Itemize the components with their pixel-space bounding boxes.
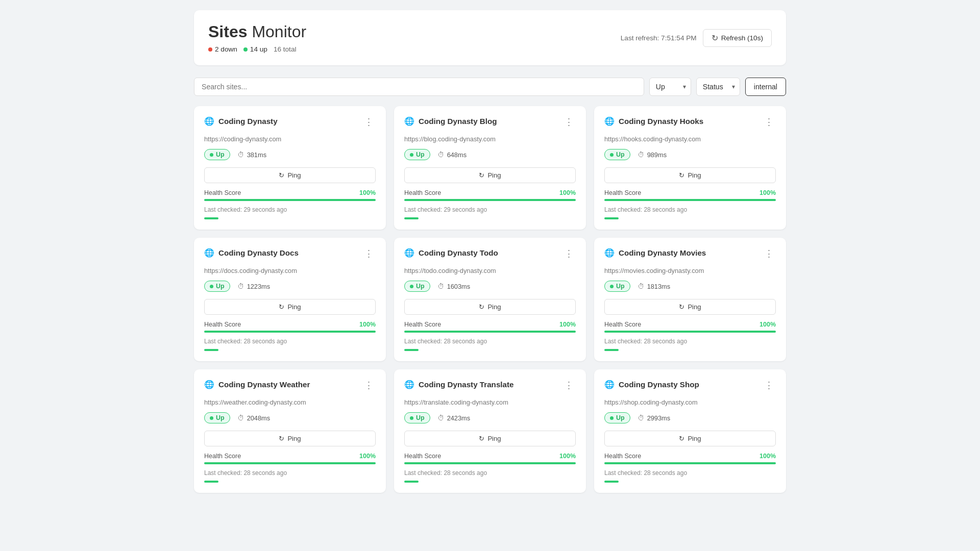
- card-url: https://todo.coding-dynasty.com: [404, 267, 576, 274]
- health-header: Health Score 100%: [604, 321, 776, 328]
- status-badge: Up: [604, 412, 630, 423]
- status-dot: [610, 416, 614, 420]
- sites-grid: 🌐 Coding Dynasty ⋮ https://coding-dynast…: [194, 106, 786, 493]
- clock-icon: ⏱: [237, 283, 244, 290]
- card-menu-button[interactable]: ⋮: [762, 380, 776, 391]
- health-bar-bg: [404, 199, 576, 201]
- health-label: Health Score: [604, 453, 641, 460]
- site-card: 🌐 Coding Dynasty Blog ⋮ https://blog.cod…: [394, 106, 586, 230]
- health-bar-fill: [604, 331, 776, 333]
- health-label: Health Score: [404, 189, 441, 196]
- globe-icon: 🌐: [604, 116, 615, 126]
- ping-button[interactable]: ↻ Ping: [404, 167, 576, 183]
- status-row: Up ⏱ 1603ms: [404, 281, 576, 292]
- health-bar-fill: [204, 199, 376, 201]
- card-url: https://docs.coding-dynasty.com: [204, 267, 376, 274]
- card-menu-button[interactable]: ⋮: [562, 248, 576, 260]
- header-card: Sites Monitor 2 down 14 up 16 total Last…: [194, 10, 786, 65]
- ping-button[interactable]: ↻ Ping: [404, 431, 576, 446]
- ping-label: Ping: [487, 303, 501, 311]
- card-title-row: 🌐 Coding Dynasty Docs: [204, 248, 299, 258]
- clock-icon: ⏱: [638, 151, 645, 159]
- ping-button[interactable]: ↻ Ping: [604, 299, 776, 315]
- status-line-indicator: [404, 481, 419, 483]
- last-checked: Last checked: 28 seconds ago: [604, 338, 776, 345]
- card-header: 🌐 Coding Dynasty Movies ⋮: [604, 248, 776, 260]
- status-line-indicator: [204, 481, 218, 483]
- health-bar-bg: [604, 199, 776, 201]
- card-menu-button[interactable]: ⋮: [762, 116, 776, 128]
- health-value: 100%: [760, 321, 776, 328]
- health-value: 100%: [760, 453, 776, 460]
- up-count: 14 up: [250, 45, 267, 53]
- status-row: Up ⏱ 2048ms: [204, 412, 376, 423]
- site-card: 🌐 Coding Dynasty Shop ⋮ https://shop.cod…: [594, 369, 786, 493]
- health-bar-bg: [404, 462, 576, 464]
- ping-refresh-icon: ↻: [279, 303, 284, 311]
- refresh-button[interactable]: ↻ Refresh (10s): [703, 29, 772, 47]
- site-card: 🌐 Coding Dynasty Movies ⋮ https://movies…: [594, 238, 786, 361]
- last-checked: Last checked: 29 seconds ago: [204, 206, 376, 213]
- card-title-row: 🌐 Coding Dynasty: [204, 116, 278, 126]
- health-section: Health Score 100%: [604, 321, 776, 333]
- status-badges: 2 down 14 up 16 total: [208, 45, 306, 53]
- ping-button[interactable]: ↻ Ping: [204, 299, 376, 315]
- health-bar-fill: [604, 462, 776, 464]
- card-menu-button[interactable]: ⋮: [362, 116, 376, 128]
- card-menu-button[interactable]: ⋮: [562, 116, 576, 128]
- clock-icon: ⏱: [638, 283, 645, 290]
- status-label: Up: [216, 414, 225, 421]
- ping-button[interactable]: ↻ Ping: [604, 431, 776, 446]
- status-badge: Up: [404, 281, 430, 292]
- card-menu-button[interactable]: ⋮: [362, 248, 376, 260]
- ping-refresh-icon: ↻: [279, 435, 284, 442]
- filter-up-select[interactable]: Up Down All: [649, 78, 691, 96]
- ping-button[interactable]: ↻ Ping: [404, 299, 576, 315]
- search-input[interactable]: [194, 78, 644, 96]
- filter-status-select[interactable]: Status: [696, 78, 740, 96]
- response-value: 2993ms: [647, 414, 671, 422]
- health-bar-fill: [404, 331, 576, 333]
- card-menu-button[interactable]: ⋮: [562, 380, 576, 391]
- ping-label: Ping: [688, 303, 701, 311]
- card-title: Coding Dynasty Docs: [218, 248, 299, 257]
- ping-label: Ping: [487, 171, 501, 179]
- status-dot: [410, 153, 413, 157]
- card-title: Coding Dynasty Blog: [419, 117, 497, 126]
- ping-refresh-icon: ↻: [479, 303, 484, 311]
- card-menu-button[interactable]: ⋮: [362, 380, 376, 391]
- status-label: Up: [616, 283, 625, 290]
- health-bar-bg: [204, 331, 376, 333]
- response-value: 2423ms: [447, 414, 471, 422]
- health-bar-bg: [204, 199, 376, 201]
- health-bar-bg: [604, 462, 776, 464]
- health-header: Health Score 100%: [204, 189, 376, 196]
- title-bold: Sites: [208, 22, 247, 41]
- health-section: Health Score 100%: [204, 321, 376, 333]
- status-row: Up ⏱ 1223ms: [204, 281, 376, 292]
- response-time: ⏱ 989ms: [638, 151, 667, 159]
- clock-icon: ⏱: [237, 414, 244, 422]
- clock-icon: ⏱: [638, 414, 645, 422]
- down-count: 2 down: [215, 45, 237, 53]
- status-row: Up ⏱ 381ms: [204, 149, 376, 160]
- internal-button[interactable]: internal: [745, 78, 786, 96]
- ping-refresh-icon: ↻: [679, 303, 684, 311]
- status-dot: [610, 153, 614, 157]
- health-label: Health Score: [204, 321, 241, 328]
- ping-refresh-icon: ↻: [679, 171, 684, 179]
- globe-icon: 🌐: [604, 248, 615, 258]
- card-title-row: 🌐 Coding Dynasty Movies: [604, 248, 706, 258]
- health-value: 100%: [359, 453, 376, 460]
- health-value: 100%: [559, 189, 576, 196]
- ping-button[interactable]: ↻ Ping: [204, 167, 376, 183]
- globe-icon: 🌐: [204, 248, 214, 258]
- health-bar-fill: [404, 199, 576, 201]
- response-time: ⏱ 2048ms: [237, 414, 271, 422]
- ping-button[interactable]: ↻ Ping: [204, 431, 376, 446]
- card-menu-button[interactable]: ⋮: [762, 248, 776, 260]
- status-dot: [210, 416, 213, 420]
- response-time: ⏱ 648ms: [437, 151, 467, 159]
- ping-button[interactable]: ↻ Ping: [604, 167, 776, 183]
- health-bar-fill: [204, 462, 376, 464]
